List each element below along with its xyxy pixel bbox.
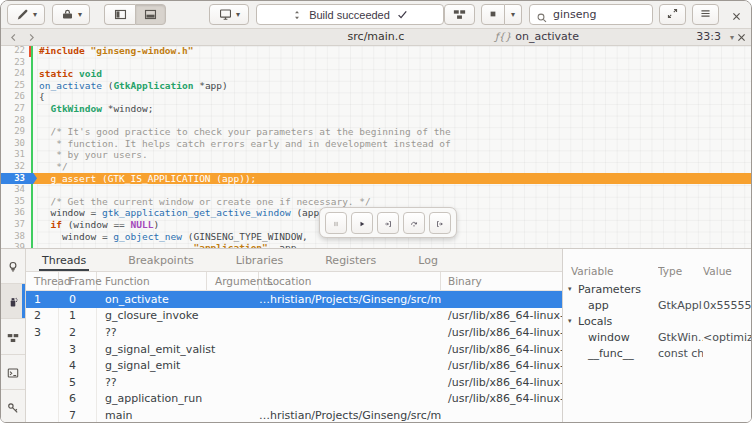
- line-number: 30: [1, 138, 29, 150]
- change-bar: [31, 196, 33, 208]
- gutter[interactable]: 37: [1, 219, 37, 231]
- change-bar: [31, 126, 33, 138]
- column-header-function[interactable]: Function: [97, 272, 207, 290]
- build-pipeline-button[interactable]: [444, 4, 475, 25]
- debugger-panel: ThreadsBreakpointsLibrariesRegistersLog …: [26, 249, 562, 423]
- gutter[interactable]: 25: [1, 80, 37, 92]
- tab-breakpoints[interactable]: Breakpoints: [125, 249, 197, 271]
- column-header-type[interactable]: Type: [658, 265, 703, 277]
- window-close-button[interactable]: [726, 5, 746, 25]
- pause-button[interactable]: [325, 212, 347, 234]
- thread-row[interactable]: 5??/usr/lib/x86_64-linux-gnu/lib: [26, 374, 562, 391]
- change-bar: [31, 115, 33, 127]
- file-title: src/main.c: [1, 29, 751, 45]
- caret-down-icon: ▾: [236, 11, 240, 19]
- stop-button[interactable]: [481, 4, 505, 25]
- step-out-button[interactable]: [429, 212, 451, 234]
- code-text: /* Get the current window or create one …: [37, 196, 371, 208]
- gutter[interactable]: 29: [1, 126, 37, 138]
- change-bar: [31, 242, 33, 248]
- gutter[interactable]: 28: [1, 115, 37, 127]
- build-profile-dropdown-button[interactable]: ▾: [52, 4, 90, 25]
- column-header-binary[interactable]: Binary: [441, 272, 562, 290]
- change-bar: [31, 103, 33, 115]
- pen-dropdown-button[interactable]: ▾: [7, 4, 45, 25]
- thread-row[interactable]: 21g_closure_invoke/usr/lib/x86_64-linux-…: [26, 308, 562, 325]
- search-entry[interactable]: [529, 4, 653, 25]
- gutter[interactable]: 36: [1, 207, 37, 219]
- tab-threads[interactable]: Threads: [39, 249, 89, 271]
- search-input[interactable]: [553, 8, 646, 21]
- expand-button[interactable]: [659, 4, 686, 25]
- step-in-button[interactable]: [377, 212, 399, 234]
- thread-row[interactable]: 6g_application_run/usr/lib/x86_64-linux-…: [26, 391, 562, 408]
- magnifier-icon: [536, 9, 548, 21]
- thread-row[interactable]: 4g_signal_emit/usr/lib/x86_64-linux-gnu/…: [26, 357, 562, 374]
- code-text: g_assert (GTK_IS_APPLICATION (app));: [37, 173, 256, 185]
- panel-button-build-blocks[interactable]: [1, 319, 25, 354]
- tab-libraries[interactable]: Libraries: [233, 249, 287, 271]
- monitor-icon: [218, 7, 233, 22]
- code-text: * function. It helps catch errors early …: [37, 138, 451, 150]
- thread-row[interactable]: 32??/usr/lib/x86_64-linux-gnu/lib: [26, 324, 562, 341]
- column-header-thread[interactable]: Thread: [26, 272, 59, 290]
- column-header-arguments[interactable]: Arguments: [207, 272, 259, 290]
- editor-menu-caret[interactable]: ▾: [730, 29, 734, 46]
- variable-row[interactable]: ▾Locals: [563, 313, 752, 329]
- disclosure-triangle-icon[interactable]: ▾: [568, 317, 578, 325]
- gutter[interactable]: 34: [1, 184, 37, 196]
- thread-row[interactable]: 10on_activate…hristian/Projects/Ginseng/…: [26, 291, 562, 308]
- expand-icon: [666, 7, 679, 22]
- toggle-bottom-panel-button[interactable]: [135, 4, 166, 25]
- gutter[interactable]: 23: [1, 57, 37, 69]
- gutter[interactable]: 31: [1, 149, 37, 161]
- continue-button[interactable]: [351, 212, 373, 234]
- close-editor-icon[interactable]: [735, 31, 748, 44]
- gutter[interactable]: 27: [1, 103, 37, 115]
- gutter[interactable]: 26: [1, 91, 37, 103]
- threads-table-body: 10on_activate…hristian/Projects/Ginseng/…: [26, 291, 562, 423]
- change-bar: [31, 161, 33, 173]
- tab-registers[interactable]: Registers: [322, 249, 379, 271]
- thread-row[interactable]: 7main…hristian/Projects/Ginseng/src/main…: [26, 407, 562, 423]
- line-number: 37: [1, 219, 29, 231]
- device-dropdown-button[interactable]: ▾: [209, 4, 249, 25]
- change-bar: [31, 207, 33, 219]
- function-context[interactable]: ƒ{} on_activate: [495, 29, 579, 45]
- execution-pointer[interactable]: 33: [1, 173, 37, 185]
- gutter[interactable]: 35: [1, 196, 37, 208]
- menu-button[interactable]: [692, 4, 719, 25]
- lightbulb-icon: [6, 259, 20, 273]
- gutter[interactable]: 30: [1, 138, 37, 150]
- code-line-31: 31 * by your users.: [1, 149, 751, 161]
- thread-row[interactable]: 3g_signal_emit_valist/usr/lib/x86_64-lin…: [26, 341, 562, 358]
- column-header-frame[interactable]: Frame: [59, 272, 97, 290]
- column-header-variable[interactable]: Variable: [563, 265, 658, 277]
- column-header-location[interactable]: Location: [259, 272, 441, 290]
- column-header-value[interactable]: Value: [703, 265, 752, 277]
- toggle-left-panel-button[interactable]: [104, 4, 135, 25]
- panel-button-debugger-spray[interactable]: [1, 284, 25, 319]
- disclosure-triangle-icon[interactable]: ▾: [568, 285, 578, 293]
- pen-icon: [15, 7, 30, 22]
- line-number: 39: [1, 242, 29, 248]
- tab-log[interactable]: Log: [415, 249, 441, 271]
- build-blocks-icon: [6, 330, 20, 344]
- panel-button-key[interactable]: [1, 390, 25, 423]
- gutter[interactable]: 38: [1, 231, 37, 243]
- variable-row[interactable]: appGtkAppl…0x55555…: [563, 297, 752, 313]
- omnibar-build-status[interactable]: Build succeeded: [256, 4, 444, 25]
- gutter[interactable]: 32: [1, 161, 37, 173]
- code-text: {: [37, 91, 45, 103]
- variable-row[interactable]: __func__const ch…: [563, 345, 752, 361]
- variable-row[interactable]: windowGtkWin…<optimiz…: [563, 329, 752, 345]
- step-over-button[interactable]: [403, 212, 425, 234]
- code-editor[interactable]: 22#include "ginseng-window.h"2324static …: [1, 46, 751, 248]
- panel-button-terminal[interactable]: [1, 355, 25, 390]
- stop-options-button[interactable]: ▾: [505, 4, 522, 25]
- gutter[interactable]: 39: [1, 242, 37, 248]
- gutter[interactable]: 22: [1, 46, 37, 57]
- panel-button-lightbulb[interactable]: [1, 249, 25, 284]
- variable-row[interactable]: ▾Parameters: [563, 281, 752, 297]
- gutter[interactable]: 24: [1, 68, 37, 80]
